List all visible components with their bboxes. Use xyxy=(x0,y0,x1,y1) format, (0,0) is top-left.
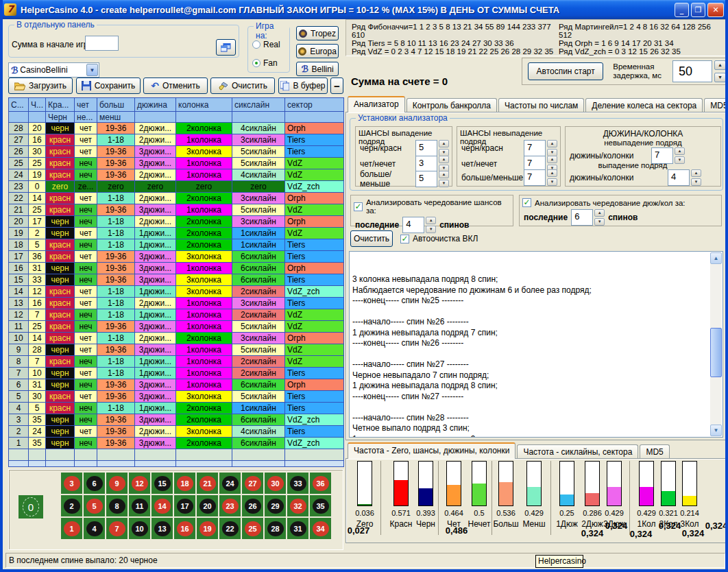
roulette-number-27[interactable]: 27 xyxy=(242,473,263,494)
roulette-number-3[interactable]: 3 xyxy=(61,473,82,494)
tropez-button[interactable]: Tropez xyxy=(296,26,339,40)
spin-up-icon[interactable]: ▲ xyxy=(439,171,449,178)
detach-panel-button[interactable] xyxy=(216,39,236,56)
undo-button[interactable]: ↶ Отменить xyxy=(143,78,208,94)
roulette-number-1[interactable]: 1 xyxy=(61,518,82,539)
analyzer-clear-button[interactable]: Очистить xyxy=(350,230,393,247)
roulette-number-24[interactable]: 24 xyxy=(219,473,241,494)
roulette-number-26[interactable]: 26 xyxy=(242,495,263,516)
roulette-number-5[interactable]: 5 xyxy=(84,495,105,516)
chart-tab-md5[interactable]: MD5 xyxy=(640,444,669,459)
roulette-number-15[interactable]: 15 xyxy=(151,473,173,494)
spin-up-icon[interactable]: ▲ xyxy=(439,156,449,163)
spin-down-icon[interactable]: ▼ xyxy=(594,218,605,226)
radio-fan[interactable]: Fan xyxy=(252,58,278,68)
close-button[interactable]: ✕ xyxy=(707,3,724,17)
alternate-dozens-checkbox[interactable]: ✓ xyxy=(522,198,531,207)
spin-up-icon[interactable]: ▲ xyxy=(426,217,436,224)
spin-down-icon[interactable]: ▼ xyxy=(439,180,449,187)
dozens-spins-spinner[interactable]: 6▲▼ xyxy=(571,209,605,226)
appear-highlow-spinner[interactable]: 5▲▼ xyxy=(415,171,449,187)
delay-value[interactable]: 50 xyxy=(672,60,712,82)
load-button[interactable]: Загрузить xyxy=(8,78,73,94)
tab-bankroll-control[interactable]: Контроль банкролла xyxy=(407,98,497,112)
roulette-number-4[interactable]: 4 xyxy=(84,518,105,539)
spin-down-icon[interactable]: ▼ xyxy=(714,73,726,82)
roulette-number-30[interactable]: 30 xyxy=(265,473,286,494)
tab-wheel-sectors[interactable]: Деление колеса на сектора xyxy=(585,98,703,112)
roulette-number-0[interactable]: 0 xyxy=(19,495,43,519)
roulette-number-19[interactable]: 19 xyxy=(197,518,218,539)
alternate-chances-checkbox[interactable]: ✓ xyxy=(354,202,363,211)
chevron-down-icon[interactable]: ▼ xyxy=(86,64,98,76)
spin-up-icon[interactable]: ▲ xyxy=(547,156,557,163)
roulette-number-32[interactable]: 32 xyxy=(287,495,308,516)
maximize-button[interactable]: ❐ xyxy=(691,3,705,17)
chances-spins-spinner[interactable]: 4▲▼ xyxy=(402,217,436,233)
roulette-number-13[interactable]: 13 xyxy=(151,518,173,539)
spin-up-icon[interactable]: ▲ xyxy=(714,60,726,70)
roulette-number-9[interactable]: 9 xyxy=(106,473,128,494)
radio-fan-circle[interactable] xyxy=(252,59,260,67)
log-scrollbar[interactable]: ▲ ▼ xyxy=(710,252,722,436)
roulette-number-12[interactable]: 12 xyxy=(129,473,150,494)
spin-up-icon[interactable]: ▲ xyxy=(691,169,701,177)
roulette-number-7[interactable]: 7 xyxy=(106,518,128,539)
roulette-number-18[interactable]: 18 xyxy=(174,473,195,494)
radio-real-circle[interactable] xyxy=(252,40,260,49)
spin-up-icon[interactable]: ▲ xyxy=(439,140,449,147)
europa-button[interactable]: Europa xyxy=(296,44,339,58)
roulette-number-33[interactable]: 33 xyxy=(287,473,308,494)
title-bar[interactable]: 7 HelperCasino 4.0 - create helperroulle… xyxy=(0,0,728,19)
roulette-number-35[interactable]: 35 xyxy=(310,495,331,516)
spin-up-icon[interactable]: ▲ xyxy=(547,140,557,147)
roulette-number-29[interactable]: 29 xyxy=(265,495,286,516)
clear-button[interactable]: Очистить xyxy=(210,78,275,94)
spin-down-icon[interactable]: ▼ xyxy=(547,178,557,186)
bellini-button[interactable]: ℬ Bellini xyxy=(296,62,339,76)
analyzer-log[interactable]: 3 колонка невыпадала подряд 8 спин; Набл… xyxy=(349,251,723,438)
roulette-number-28[interactable]: 28 xyxy=(265,518,286,539)
spin-up-icon[interactable]: ▲ xyxy=(547,169,557,177)
sum-start-input[interactable] xyxy=(85,36,119,51)
roulette-number-14[interactable]: 14 xyxy=(151,495,173,516)
roulette-number-2[interactable]: 2 xyxy=(61,495,82,516)
noappear-blackred-spinner[interactable]: 7▲▼ xyxy=(524,140,557,156)
tab-analyzer[interactable]: Анализатор xyxy=(348,96,405,112)
roulette-number-6[interactable]: 6 xyxy=(84,473,105,494)
tab-md5[interactable]: MD5 xyxy=(704,98,728,112)
spin-down-icon[interactable]: ▼ xyxy=(426,226,436,233)
appear-blackred-spinner[interactable]: 5▲▼ xyxy=(415,140,449,156)
spin-up-icon[interactable]: ▲ xyxy=(675,147,685,155)
autoclear-toggle[interactable]: ✓ Автоочистка ВКЛ xyxy=(400,234,478,243)
spin-up-icon[interactable]: ▲ xyxy=(594,209,605,217)
delay-spinner[interactable]: 50 ▲ ▼ xyxy=(672,60,726,82)
roulette-number-25[interactable]: 25 xyxy=(242,518,263,539)
roulette-number-23[interactable]: 23 xyxy=(219,495,241,516)
chart-tab-frequency-sectors[interactable]: Частота - сиклайны, сектора xyxy=(517,444,638,459)
collapse-button[interactable]: − xyxy=(330,78,343,94)
chart-tab-frequency-main[interactable]: Частота - Zero, шансы, дюжины, колонки xyxy=(348,442,515,459)
roulette-number-11[interactable]: 11 xyxy=(129,495,150,516)
roulette-number-34[interactable]: 34 xyxy=(310,518,331,539)
autospin-start-button[interactable]: Автоспин старт xyxy=(528,62,603,80)
autoclear-checkbox[interactable]: ✓ xyxy=(400,235,409,243)
roulette-number-10[interactable]: 10 xyxy=(129,518,150,539)
dozen-appear-spinner[interactable]: 4▲▼ xyxy=(668,169,701,186)
scroll-down-icon[interactable]: ▼ xyxy=(710,425,722,436)
roulette-number-22[interactable]: 22 xyxy=(219,518,241,539)
scrollbar-thumb[interactable] xyxy=(710,328,722,377)
roulette-number-8[interactable]: 8 xyxy=(106,495,128,516)
roulette-number-20[interactable]: 20 xyxy=(197,495,218,516)
roulette-number-17[interactable]: 17 xyxy=(174,495,195,516)
scroll-up-icon[interactable]: ▲ xyxy=(710,252,722,264)
radio-real[interactable]: Real xyxy=(252,40,280,49)
roulette-number-16[interactable]: 16 xyxy=(174,518,195,539)
minimize-button[interactable]: _ xyxy=(675,3,689,17)
roulette-number-21[interactable]: 21 xyxy=(197,473,218,494)
copy-to-buffer-button[interactable]: В буфер xyxy=(278,78,328,94)
noappear-highlow-spinner[interactable]: 7▲▼ xyxy=(524,169,557,186)
roulette-number-31[interactable]: 31 xyxy=(287,518,308,539)
save-button[interactable]: Сохранить xyxy=(76,78,141,94)
spin-down-icon[interactable]: ▼ xyxy=(691,178,701,186)
